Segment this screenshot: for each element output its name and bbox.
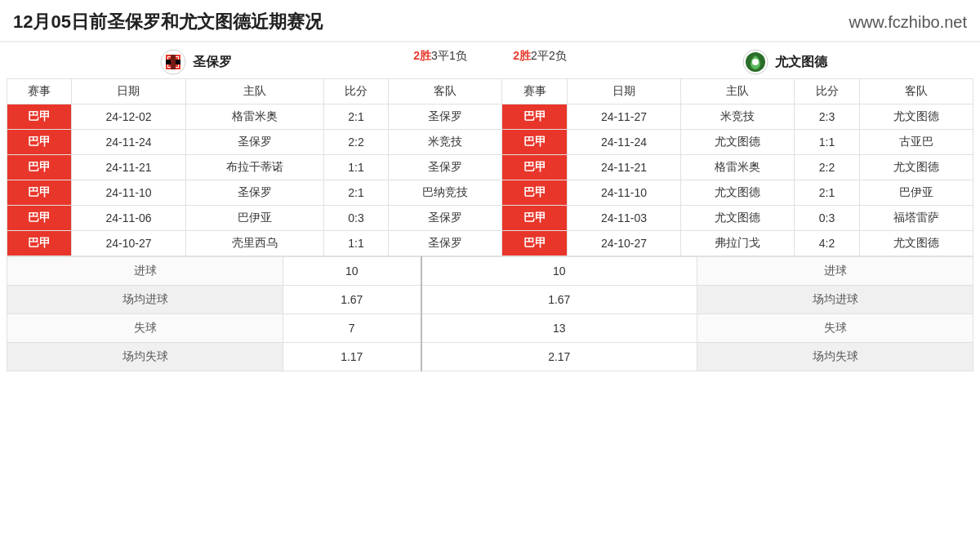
table-row: 巴甲 24-10-27 壳里西乌 1:1 圣保罗 巴甲 24-10-27 弗拉门… — [7, 231, 973, 256]
stats-value-right: 2.17 — [421, 343, 697, 371]
left-match-away: 巴纳竞技 — [389, 180, 502, 206]
right-match-type: 巴甲 — [502, 206, 567, 231]
right-match-away: 尤文图德 — [859, 231, 973, 256]
col-header-right-away: 客队 — [859, 79, 973, 104]
stats-value-left: 1.67 — [283, 286, 421, 314]
left-match-away: 圣保罗 — [389, 206, 502, 231]
stats-value-right: 1.67 — [421, 286, 697, 314]
right-match-away: 尤文图德 — [859, 104, 973, 130]
left-team-logo — [160, 49, 186, 75]
left-match-score: 0:3 — [323, 206, 388, 231]
left-match-away: 圣保罗 — [389, 155, 502, 180]
left-match-home: 格雷米奥 — [185, 104, 323, 130]
left-match-type: 巴甲 — [7, 231, 72, 256]
right-match-home: 尤文图德 — [681, 180, 795, 206]
left-match-type: 巴甲 — [7, 104, 72, 130]
right-match-away: 福塔雷萨 — [859, 206, 973, 231]
col-header-left-away: 客队 — [389, 79, 502, 104]
right-match-date: 24-11-27 — [567, 104, 680, 130]
right-match-score: 2:2 — [795, 155, 859, 180]
stats-value-left: 7 — [283, 314, 421, 343]
right-match-home: 尤文图德 — [681, 206, 795, 231]
table-row: 巴甲 24-11-21 布拉干蒂诺 1:1 圣保罗 巴甲 24-11-21 格雷… — [7, 155, 973, 180]
stats-row: 进球 10 10 进球 — [7, 257, 973, 286]
table-row: 巴甲 24-11-06 巴伊亚 0:3 圣保罗 巴甲 24-11-03 尤文图德… — [7, 206, 973, 231]
right-match-home: 格雷米奥 — [681, 155, 795, 180]
right-match-away: 尤文图德 — [859, 155, 973, 180]
left-match-date: 24-11-10 — [72, 180, 185, 206]
stats-label-right: 场均失球 — [697, 343, 973, 371]
stats-row: 失球 7 13 失球 — [7, 314, 973, 343]
col-header-left-date: 日期 — [72, 79, 185, 104]
left-match-score: 2:1 — [323, 180, 388, 206]
left-record-win: 2胜 — [413, 49, 431, 62]
left-match-date: 24-12-02 — [72, 104, 185, 130]
right-match-score: 4:2 — [795, 231, 859, 256]
right-match-away: 巴伊亚 — [859, 180, 973, 206]
right-record-win: 2胜 — [513, 49, 531, 62]
right-match-score: 0:3 — [795, 206, 859, 231]
right-match-type: 巴甲 — [502, 104, 567, 130]
left-match-away: 圣保罗 — [389, 104, 502, 130]
svg-point-7 — [752, 59, 759, 65]
right-match-away: 古亚巴 — [859, 130, 973, 155]
right-match-date: 24-10-27 — [567, 231, 680, 256]
right-record-loss: 2负 — [549, 49, 567, 62]
right-match-type: 巴甲 — [502, 130, 567, 155]
stats-value-right: 13 — [421, 314, 697, 343]
left-match-type: 巴甲 — [7, 206, 72, 231]
header: 12月05日前圣保罗和尤文图德近期赛况 www.fczhibo.net — [0, 0, 980, 42]
right-match-type: 巴甲 — [502, 180, 567, 206]
right-team-name: 尤文图德 — [775, 54, 827, 71]
left-match-away: 米竞技 — [389, 130, 502, 155]
left-match-date: 24-11-24 — [72, 130, 185, 155]
stats-table: 进球 10 10 进球 场均进球 1.67 1.67 场均进球 失球 7 13 … — [7, 256, 973, 371]
col-header-right-home: 主队 — [681, 79, 795, 104]
right-match-home: 米竞技 — [681, 104, 795, 130]
left-team-name: 圣保罗 — [193, 54, 232, 71]
right-match-home: 弗拉门戈 — [681, 231, 795, 256]
left-match-date: 24-11-06 — [72, 206, 185, 231]
right-match-date: 24-11-21 — [567, 155, 680, 180]
left-match-score: 1:1 — [323, 231, 388, 256]
right-match-score: 2:1 — [795, 180, 859, 206]
left-match-home: 巴伊亚 — [185, 206, 323, 231]
left-record-loss: 1负 — [449, 49, 467, 62]
stats-row: 场均失球 1.17 2.17 场均失球 — [7, 343, 973, 371]
stats-value-left: 1.17 — [283, 343, 421, 371]
left-match-score: 2:1 — [323, 104, 388, 130]
right-match-type: 巴甲 — [502, 231, 567, 256]
stats-label-left: 场均失球 — [7, 343, 283, 371]
left-match-score: 2:2 — [323, 130, 388, 155]
right-match-date: 24-11-10 — [567, 180, 680, 206]
left-team-record: 2胜3平1负 — [391, 49, 489, 75]
left-match-home: 圣保罗 — [185, 180, 323, 206]
left-match-home: 圣保罗 — [185, 130, 323, 155]
stats-value-right: 10 — [421, 257, 697, 286]
right-record-draw: 2平 — [531, 49, 549, 62]
right-match-score: 1:1 — [795, 130, 859, 155]
stats-row: 场均进球 1.67 1.67 场均进球 — [7, 286, 973, 314]
col-header-left-home: 主队 — [185, 79, 323, 104]
left-match-home: 壳里西乌 — [185, 231, 323, 256]
col-header-right-date: 日期 — [567, 79, 680, 104]
website-url: www.fczhibo.net — [849, 13, 967, 32]
stats-label-right: 失球 — [697, 314, 973, 343]
left-match-date: 24-10-27 — [72, 231, 185, 256]
right-team-logo — [742, 49, 768, 75]
left-match-home: 布拉干蒂诺 — [185, 155, 323, 180]
right-match-date: 24-11-24 — [567, 130, 680, 155]
stats-label-left: 进球 — [7, 257, 283, 286]
teams-header: 圣保罗 2胜3平1负 2胜2平2负 尤文图德 — [0, 42, 980, 78]
stats-label-right: 进球 — [697, 257, 973, 286]
stats-value-left: 10 — [283, 257, 421, 286]
right-match-type: 巴甲 — [502, 155, 567, 180]
right-match-score: 2:3 — [795, 104, 859, 130]
left-match-type: 巴甲 — [7, 130, 72, 155]
stats-label-right: 场均进球 — [697, 286, 973, 314]
main-table-wrapper: 赛事 日期 主队 比分 客队 赛事 日期 主队 比分 客队 巴甲 24-12-0… — [0, 78, 980, 371]
left-team-header: 圣保罗 — [0, 49, 391, 75]
stats-label-left: 场均进球 — [7, 286, 283, 314]
col-header-right-score: 比分 — [795, 79, 859, 104]
left-match-type: 巴甲 — [7, 155, 72, 180]
